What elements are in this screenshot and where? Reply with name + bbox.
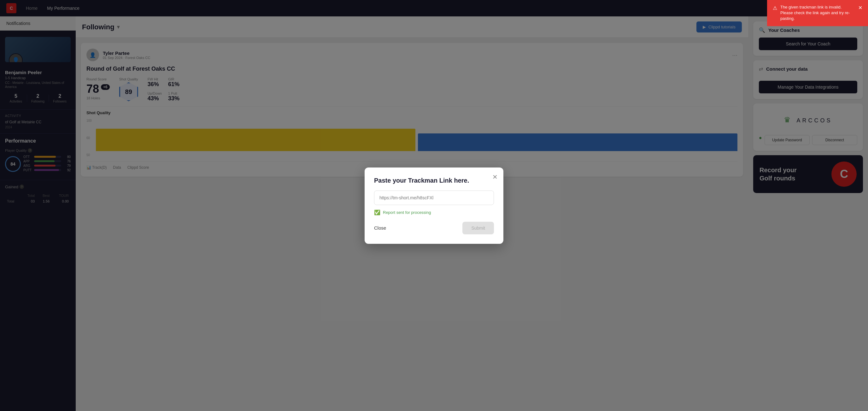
success-check-icon: ✅ [374, 210, 380, 215]
modal-actions: Close Submit [374, 222, 494, 234]
trackman-modal: Paste your Trackman Link here. ✕ ✅ Repor… [365, 167, 503, 244]
modal-close-x-button[interactable]: ✕ [492, 173, 498, 181]
modal-overlay[interactable]: Paste your Trackman Link here. ✕ ✅ Repor… [0, 0, 868, 411]
modal-submit-button[interactable]: Submit [462, 222, 494, 234]
error-toast: ⚠ The given trackman link is invalid. Pl… [767, 0, 868, 26]
modal-success-message: ✅ Report sent for processing [374, 210, 494, 215]
modal-close-button[interactable]: Close [374, 222, 386, 234]
toast-message: The given trackman link is invalid. Plea… [780, 4, 855, 22]
toast-close-button[interactable]: ✕ [858, 4, 862, 11]
warning-icon: ⚠ [773, 5, 777, 12]
trackman-link-input[interactable] [374, 191, 494, 205]
modal-title: Paste your Trackman Link here. [374, 177, 494, 184]
